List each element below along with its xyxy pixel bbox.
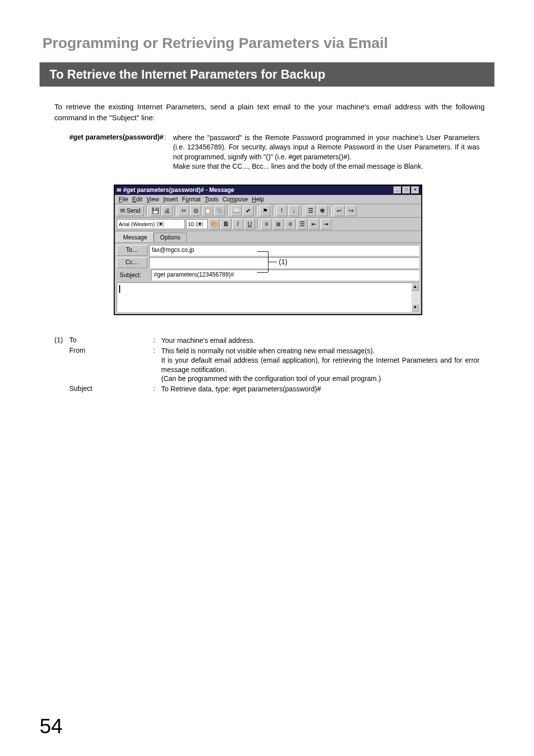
font-name-combo[interactable]: Arial (Western)▼: [117, 219, 185, 229]
text-caret: [119, 285, 124, 293]
colon: :: [164, 133, 173, 172]
font-size-combo[interactable]: 10▼: [186, 219, 208, 229]
separator: [330, 206, 332, 216]
importance-high-icon[interactable]: !: [276, 205, 287, 216]
window-title: #get parameters(password)# - Message: [123, 187, 394, 193]
indent-icon[interactable]: ⇥: [320, 219, 331, 230]
menu-format[interactable]: Format: [182, 196, 201, 203]
to-button[interactable]: To…: [117, 245, 147, 256]
chapter-title: Programming or Retrieving Parameters via…: [43, 35, 494, 51]
mail-icon: ✉: [117, 187, 121, 193]
scroll-up-icon[interactable]: ▲: [411, 283, 419, 291]
menu-bar: File Edit View Insert Format Tools Compo…: [115, 195, 421, 204]
chevron-down-icon: ▼: [157, 222, 164, 227]
to-field[interactable]: fax@mgcs.co.jp: [149, 245, 419, 256]
bold-icon[interactable]: B: [221, 219, 231, 230]
align-left-icon[interactable]: ≡: [261, 219, 272, 230]
reply-icon[interactable]: ↩: [334, 205, 345, 216]
tab-options[interactable]: Options: [154, 233, 187, 242]
outdent-icon[interactable]: ⇤: [309, 219, 319, 230]
copy-icon[interactable]: ⧉: [190, 205, 201, 216]
email-window: ✉ #get parameters(password)# - Message _…: [114, 185, 422, 315]
maximize-button[interactable]: □: [402, 187, 410, 194]
message-body[interactable]: ▲ ▼: [117, 283, 419, 312]
paste-icon[interactable]: 📋: [202, 205, 213, 216]
italic-icon[interactable]: I: [232, 219, 243, 230]
field-definitions: (1) To : Your machine's email address. F…: [54, 336, 480, 394]
print-icon[interactable]: 🖨: [162, 205, 173, 216]
colon: :: [153, 346, 161, 384]
attach-icon[interactable]: 📎: [214, 205, 225, 216]
section-heading: To Retrieve the Internet Parameters for …: [40, 62, 494, 87]
def-from-text: This field is normally not visible when …: [161, 346, 480, 384]
tab-message[interactable]: Message: [117, 233, 154, 242]
menu-tools[interactable]: Tools: [205, 196, 219, 203]
font-color-icon[interactable]: 🎨: [209, 219, 220, 230]
menu-view[interactable]: View: [146, 196, 159, 203]
separator: [301, 206, 303, 216]
menu-edit[interactable]: Edit: [132, 196, 142, 203]
menu-compose[interactable]: Compose: [222, 196, 248, 203]
subject-field[interactable]: #get parameters(123456789)#: [151, 270, 419, 281]
options-icon[interactable]: ☰: [305, 205, 316, 216]
tabs-row: Message Options: [115, 231, 421, 243]
separator: [256, 206, 258, 216]
address-book-icon[interactable]: 📖: [231, 205, 242, 216]
def-subject-text: To Retrieve data, type: #get parameters(…: [161, 384, 480, 394]
callout-line: [268, 262, 277, 262]
main-toolbar: ✉ Send 💾 🖨 ✂ ⧉ 📋 📎 📖 ✔ ⚑ ! ↓ ☰ ✾: [115, 204, 421, 218]
menu-help[interactable]: Help: [252, 196, 264, 203]
seal-icon[interactable]: ✾: [317, 205, 328, 216]
close-button[interactable]: ×: [411, 187, 419, 194]
send-button[interactable]: ✉ Send: [117, 205, 144, 216]
intro-paragraph: To retrieve the existing Internet Parame…: [54, 101, 485, 123]
separator: [272, 206, 274, 216]
command-term: #get parameters(password)#: [69, 133, 164, 172]
cut-icon[interactable]: ✂: [178, 205, 189, 216]
command-definition: #get parameters(password)# : where the "…: [69, 133, 480, 172]
separator: [227, 206, 229, 216]
def-subject-label: Subject: [69, 384, 153, 394]
forward-icon[interactable]: ↪: [346, 205, 356, 216]
title-bar: ✉ #get parameters(password)# - Message _…: [115, 186, 421, 195]
save-icon[interactable]: 💾: [150, 205, 161, 216]
def-number: (1): [54, 336, 69, 345]
align-center-icon[interactable]: ≣: [273, 219, 284, 230]
menu-insert[interactable]: Insert: [163, 196, 178, 203]
menu-file[interactable]: File: [119, 196, 128, 203]
colon: :: [153, 384, 161, 394]
def-to-label: To: [69, 336, 153, 345]
cc-button[interactable]: Cc…: [117, 257, 147, 268]
colon: :: [153, 336, 161, 345]
callout-line: [257, 272, 268, 273]
command-description: where the "password" is the Remote Passw…: [173, 133, 480, 172]
align-right-icon[interactable]: ≡: [285, 219, 296, 230]
callout-line: [257, 251, 268, 252]
subject-label: Subject:: [117, 270, 149, 280]
importance-low-icon[interactable]: ↓: [288, 205, 299, 216]
def-from-label: From: [69, 346, 153, 384]
def-to-text: Your machine's email address.: [161, 336, 480, 345]
separator: [175, 206, 177, 216]
chevron-down-icon: ▼: [196, 222, 203, 227]
page-number: 54: [40, 714, 63, 738]
bullets-icon[interactable]: ☰: [297, 219, 308, 230]
underline-icon[interactable]: U: [244, 219, 255, 230]
flag-icon[interactable]: ⚑: [260, 205, 270, 216]
separator: [146, 206, 148, 216]
scrollbar[interactable]: ▲ ▼: [411, 283, 419, 312]
format-toolbar: Arial (Western)▼ 10▼ 🎨 B I U ≡ ≣ ≡ ☰ ⇤ ⇥: [115, 218, 421, 231]
check-names-icon[interactable]: ✔: [243, 205, 254, 216]
separator: [257, 219, 259, 229]
callout-number: (1): [279, 258, 287, 266]
scroll-down-icon[interactable]: ▼: [411, 304, 419, 312]
minimize-button[interactable]: _: [394, 187, 401, 194]
